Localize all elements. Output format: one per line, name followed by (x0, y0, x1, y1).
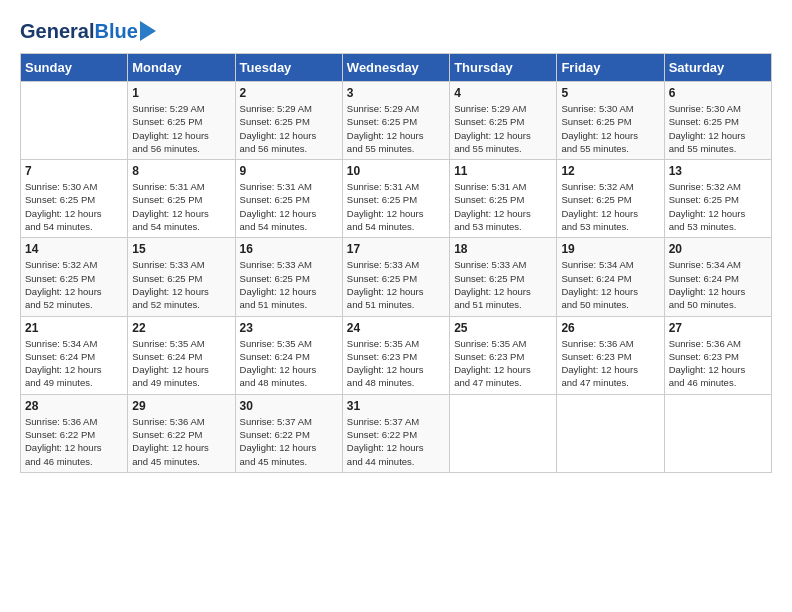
day-info: Sunrise: 5:35 AMSunset: 6:24 PMDaylight:… (240, 337, 338, 390)
week-row-2: 7Sunrise: 5:30 AMSunset: 6:25 PMDaylight… (21, 160, 772, 238)
day-cell: 5Sunrise: 5:30 AMSunset: 6:25 PMDaylight… (557, 82, 664, 160)
week-row-5: 28Sunrise: 5:36 AMSunset: 6:22 PMDayligh… (21, 394, 772, 472)
day-info: Sunrise: 5:36 AMSunset: 6:22 PMDaylight:… (132, 415, 230, 468)
day-info: Sunrise: 5:35 AMSunset: 6:23 PMDaylight:… (454, 337, 552, 390)
day-number: 14 (25, 242, 123, 256)
col-header-wednesday: Wednesday (342, 54, 449, 82)
day-info: Sunrise: 5:29 AMSunset: 6:25 PMDaylight:… (454, 102, 552, 155)
day-number: 12 (561, 164, 659, 178)
day-cell: 1Sunrise: 5:29 AMSunset: 6:25 PMDaylight… (128, 82, 235, 160)
day-info: Sunrise: 5:33 AMSunset: 6:25 PMDaylight:… (454, 258, 552, 311)
day-cell: 23Sunrise: 5:35 AMSunset: 6:24 PMDayligh… (235, 316, 342, 394)
day-number: 5 (561, 86, 659, 100)
day-number: 19 (561, 242, 659, 256)
day-number: 6 (669, 86, 767, 100)
day-number: 18 (454, 242, 552, 256)
day-cell: 14Sunrise: 5:32 AMSunset: 6:25 PMDayligh… (21, 238, 128, 316)
day-info: Sunrise: 5:30 AMSunset: 6:25 PMDaylight:… (669, 102, 767, 155)
logo-general: General (20, 20, 94, 43)
day-cell: 26Sunrise: 5:36 AMSunset: 6:23 PMDayligh… (557, 316, 664, 394)
week-row-1: 1Sunrise: 5:29 AMSunset: 6:25 PMDaylight… (21, 82, 772, 160)
day-cell: 7Sunrise: 5:30 AMSunset: 6:25 PMDaylight… (21, 160, 128, 238)
day-cell: 22Sunrise: 5:35 AMSunset: 6:24 PMDayligh… (128, 316, 235, 394)
day-cell (557, 394, 664, 472)
day-info: Sunrise: 5:35 AMSunset: 6:23 PMDaylight:… (347, 337, 445, 390)
day-number: 17 (347, 242, 445, 256)
day-cell: 8Sunrise: 5:31 AMSunset: 6:25 PMDaylight… (128, 160, 235, 238)
day-number: 28 (25, 399, 123, 413)
day-number: 23 (240, 321, 338, 335)
day-number: 24 (347, 321, 445, 335)
day-number: 26 (561, 321, 659, 335)
day-info: Sunrise: 5:32 AMSunset: 6:25 PMDaylight:… (669, 180, 767, 233)
day-cell: 20Sunrise: 5:34 AMSunset: 6:24 PMDayligh… (664, 238, 771, 316)
day-cell: 19Sunrise: 5:34 AMSunset: 6:24 PMDayligh… (557, 238, 664, 316)
day-info: Sunrise: 5:31 AMSunset: 6:25 PMDaylight:… (347, 180, 445, 233)
day-cell: 6Sunrise: 5:30 AMSunset: 6:25 PMDaylight… (664, 82, 771, 160)
week-row-3: 14Sunrise: 5:32 AMSunset: 6:25 PMDayligh… (21, 238, 772, 316)
day-cell: 16Sunrise: 5:33 AMSunset: 6:25 PMDayligh… (235, 238, 342, 316)
day-cell: 21Sunrise: 5:34 AMSunset: 6:24 PMDayligh… (21, 316, 128, 394)
day-cell: 29Sunrise: 5:36 AMSunset: 6:22 PMDayligh… (128, 394, 235, 472)
day-cell (664, 394, 771, 472)
day-info: Sunrise: 5:30 AMSunset: 6:25 PMDaylight:… (561, 102, 659, 155)
day-number: 25 (454, 321, 552, 335)
day-info: Sunrise: 5:37 AMSunset: 6:22 PMDaylight:… (347, 415, 445, 468)
day-cell: 9Sunrise: 5:31 AMSunset: 6:25 PMDaylight… (235, 160, 342, 238)
day-number: 1 (132, 86, 230, 100)
header-row: SundayMondayTuesdayWednesdayThursdayFrid… (21, 54, 772, 82)
day-cell: 3Sunrise: 5:29 AMSunset: 6:25 PMDaylight… (342, 82, 449, 160)
day-number: 20 (669, 242, 767, 256)
day-info: Sunrise: 5:34 AMSunset: 6:24 PMDaylight:… (669, 258, 767, 311)
day-cell: 27Sunrise: 5:36 AMSunset: 6:23 PMDayligh… (664, 316, 771, 394)
day-info: Sunrise: 5:34 AMSunset: 6:24 PMDaylight:… (25, 337, 123, 390)
day-number: 8 (132, 164, 230, 178)
day-cell: 17Sunrise: 5:33 AMSunset: 6:25 PMDayligh… (342, 238, 449, 316)
day-cell: 4Sunrise: 5:29 AMSunset: 6:25 PMDaylight… (450, 82, 557, 160)
day-number: 29 (132, 399, 230, 413)
week-row-4: 21Sunrise: 5:34 AMSunset: 6:24 PMDayligh… (21, 316, 772, 394)
day-cell (450, 394, 557, 472)
day-info: Sunrise: 5:36 AMSunset: 6:22 PMDaylight:… (25, 415, 123, 468)
col-header-sunday: Sunday (21, 54, 128, 82)
day-cell: 11Sunrise: 5:31 AMSunset: 6:25 PMDayligh… (450, 160, 557, 238)
day-number: 31 (347, 399, 445, 413)
day-number: 9 (240, 164, 338, 178)
day-info: Sunrise: 5:33 AMSunset: 6:25 PMDaylight:… (240, 258, 338, 311)
col-header-monday: Monday (128, 54, 235, 82)
page-header: General Blue (20, 20, 772, 43)
day-cell: 15Sunrise: 5:33 AMSunset: 6:25 PMDayligh… (128, 238, 235, 316)
col-header-tuesday: Tuesday (235, 54, 342, 82)
day-number: 13 (669, 164, 767, 178)
day-info: Sunrise: 5:33 AMSunset: 6:25 PMDaylight:… (347, 258, 445, 311)
logo-blue: Blue (94, 20, 137, 43)
day-number: 27 (669, 321, 767, 335)
day-cell (21, 82, 128, 160)
day-info: Sunrise: 5:29 AMSunset: 6:25 PMDaylight:… (132, 102, 230, 155)
day-cell: 24Sunrise: 5:35 AMSunset: 6:23 PMDayligh… (342, 316, 449, 394)
day-cell: 25Sunrise: 5:35 AMSunset: 6:23 PMDayligh… (450, 316, 557, 394)
day-info: Sunrise: 5:32 AMSunset: 6:25 PMDaylight:… (561, 180, 659, 233)
day-cell: 28Sunrise: 5:36 AMSunset: 6:22 PMDayligh… (21, 394, 128, 472)
day-info: Sunrise: 5:35 AMSunset: 6:24 PMDaylight:… (132, 337, 230, 390)
logo-text: General Blue (20, 20, 156, 43)
day-number: 3 (347, 86, 445, 100)
day-cell: 2Sunrise: 5:29 AMSunset: 6:25 PMDaylight… (235, 82, 342, 160)
col-header-saturday: Saturday (664, 54, 771, 82)
day-number: 22 (132, 321, 230, 335)
day-info: Sunrise: 5:32 AMSunset: 6:25 PMDaylight:… (25, 258, 123, 311)
day-number: 15 (132, 242, 230, 256)
day-cell: 12Sunrise: 5:32 AMSunset: 6:25 PMDayligh… (557, 160, 664, 238)
day-cell: 30Sunrise: 5:37 AMSunset: 6:22 PMDayligh… (235, 394, 342, 472)
day-number: 21 (25, 321, 123, 335)
day-cell: 18Sunrise: 5:33 AMSunset: 6:25 PMDayligh… (450, 238, 557, 316)
day-number: 2 (240, 86, 338, 100)
day-number: 30 (240, 399, 338, 413)
day-info: Sunrise: 5:30 AMSunset: 6:25 PMDaylight:… (25, 180, 123, 233)
day-info: Sunrise: 5:37 AMSunset: 6:22 PMDaylight:… (240, 415, 338, 468)
logo-arrow-icon (140, 21, 156, 41)
calendar-table: SundayMondayTuesdayWednesdayThursdayFrid… (20, 53, 772, 473)
day-info: Sunrise: 5:36 AMSunset: 6:23 PMDaylight:… (669, 337, 767, 390)
day-number: 11 (454, 164, 552, 178)
col-header-thursday: Thursday (450, 54, 557, 82)
